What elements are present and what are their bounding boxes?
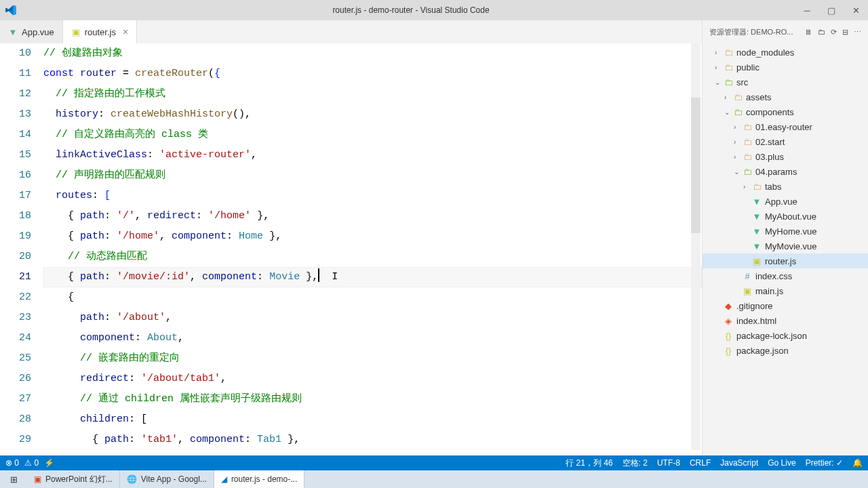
status-eol[interactable]: CRLF xyxy=(690,458,711,468)
status-golive[interactable]: Go Live xyxy=(768,458,795,468)
new-file-icon[interactable]: 🗎 xyxy=(805,28,812,37)
tree-node-modules[interactable]: ›🗀node_modules xyxy=(703,45,868,60)
tree-index-css[interactable]: #index.css xyxy=(703,268,868,283)
code-editor[interactable]: 1011121314151617181920212223242526272829… xyxy=(0,43,702,470)
tree-src[interactable]: ⌄🗀src xyxy=(703,75,868,89)
minimize-button[interactable]: ─ xyxy=(800,5,814,16)
vue-icon: ▼ xyxy=(8,27,18,37)
tree-app-vue[interactable]: ▼App.vue xyxy=(703,194,868,209)
minimap-thumb[interactable] xyxy=(691,98,701,233)
explorer-panel: 资源管理器: DEMO-RO... 🗎 🗀 ⟳ ⊟ ⋯ ›🗀node_modul… xyxy=(702,20,868,470)
task-powerpoint[interactable]: ▣PowerPoint 幻灯... xyxy=(27,470,120,488)
collapse-icon[interactable]: ⊟ xyxy=(842,28,848,37)
tree-main-js[interactable]: ▣main.js xyxy=(703,283,868,298)
status-port-icon[interactable]: ⚡ xyxy=(44,458,54,468)
maximize-button[interactable]: ▢ xyxy=(825,5,838,16)
explorer-more-icon[interactable]: ⋯ xyxy=(854,28,861,37)
tree-package-lock[interactable]: {}package-lock.json xyxy=(703,328,868,343)
task-chrome[interactable]: 🌐Vite App - Googl... xyxy=(120,470,214,488)
minimap[interactable] xyxy=(691,43,701,450)
tab-app-vue[interactable]: ▼ App.vue xyxy=(0,20,63,43)
refresh-icon[interactable]: ⟳ xyxy=(831,28,837,37)
tree-plus[interactable]: ›🗀03.plus xyxy=(703,149,868,164)
tree-components[interactable]: ⌄🗀components xyxy=(703,104,868,119)
file-tree: ›🗀node_modules ›🗀public ⌄🗀src ›🗀assets ⌄… xyxy=(703,43,868,470)
window-title: router.js - demo-router - Visual Studio … xyxy=(22,5,800,15)
window-titlebar: router.js - demo-router - Visual Studio … xyxy=(0,0,868,20)
vscode-icon xyxy=(5,5,16,16)
tree-gitignore[interactable]: ◆.gitignore xyxy=(703,298,868,313)
windows-taskbar: ⊞ ▣PowerPoint 幻灯... 🌐Vite App - Googl...… xyxy=(0,470,868,488)
tree-myabout[interactable]: ▼MyAbout.vue xyxy=(703,209,868,224)
status-errors[interactable]: ⊗ 0 xyxy=(5,458,19,468)
status-position[interactable]: 行 21，列 46 xyxy=(566,458,612,469)
tab-label: router.js xyxy=(85,27,116,37)
tree-params[interactable]: ⌄🗀04.params xyxy=(703,164,868,179)
status-encoding[interactable]: UTF-8 xyxy=(657,458,680,468)
close-button[interactable]: ✕ xyxy=(849,5,863,16)
status-warnings[interactable]: ⚠ 0 xyxy=(24,458,39,468)
new-folder-icon[interactable]: 🗀 xyxy=(818,28,825,37)
line-gutter: 1011121314151617181920212223242526272829 xyxy=(0,43,43,470)
tree-public[interactable]: ›🗀public xyxy=(703,60,868,75)
start-button[interactable]: ⊞ xyxy=(0,474,27,485)
status-notifications-icon[interactable]: 🔔 xyxy=(852,458,863,468)
tree-assets[interactable]: ›🗀assets xyxy=(703,89,868,104)
tree-router-js[interactable]: ▣router.js xyxy=(703,253,868,268)
status-language[interactable]: JavaScript xyxy=(720,458,758,468)
status-bar: ⊗ 0 ⚠ 0 ⚡ 行 21，列 46 空格: 2 UTF-8 CRLF Jav… xyxy=(0,455,868,470)
tree-index-html[interactable]: ◈index.html xyxy=(703,313,868,328)
task-vscode[interactable]: ◢router.js - demo-... xyxy=(214,470,304,488)
tab-close-icon[interactable]: × xyxy=(123,26,128,37)
status-spaces[interactable]: 空格: 2 xyxy=(623,458,648,469)
tab-label: App.vue xyxy=(22,27,54,37)
code-content[interactable]: // 创建路由对象const router = createRouter({ /… xyxy=(43,43,702,470)
tree-myhome[interactable]: ▼MyHome.vue xyxy=(703,224,868,239)
tree-tabs[interactable]: ›🗀tabs xyxy=(703,179,868,194)
tree-package-json[interactable]: {}package.json xyxy=(703,343,868,358)
tab-router-js[interactable]: ▣ router.js × xyxy=(63,20,137,43)
tree-start[interactable]: ›🗀02.start xyxy=(703,134,868,149)
tree-easy-router[interactable]: ›🗀01.easy-router xyxy=(703,119,868,134)
status-prettier[interactable]: Prettier: ✓ xyxy=(806,458,843,468)
js-icon: ▣ xyxy=(71,27,81,37)
tree-mymovie[interactable]: ▼MyMovie.vue xyxy=(703,239,868,253)
explorer-title: 资源管理器: DEMO-RO... xyxy=(709,27,805,37)
